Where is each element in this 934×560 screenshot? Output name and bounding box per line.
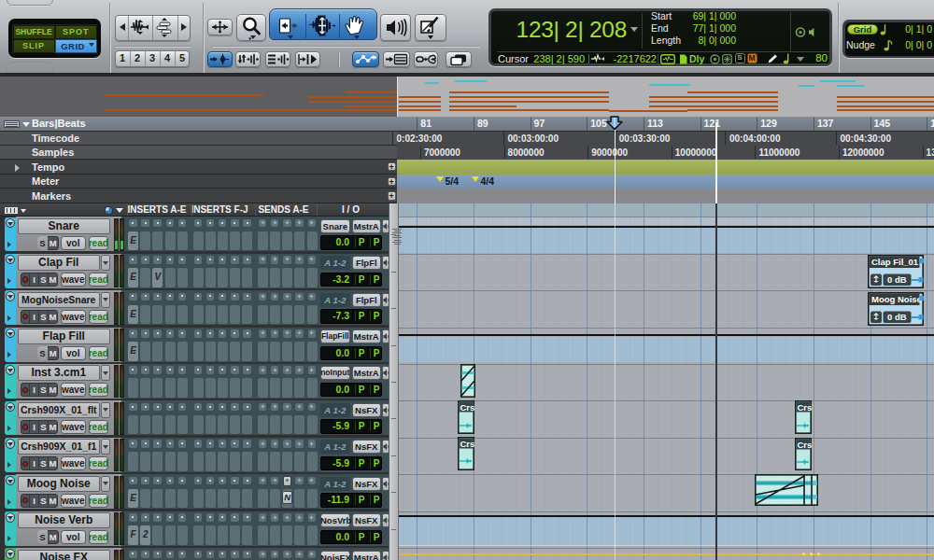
svg-text:Crs: Crs: [460, 438, 474, 448]
svg-text:Moog Noise: Moog Noise: [871, 294, 922, 304]
svg-text:Crs: Crs: [797, 402, 812, 413]
svg-text:Clap Fil_01: Clap Fil_01: [871, 257, 919, 267]
svg-text:Crs: Crs: [797, 440, 812, 450]
svg-text:0 dB: 0 dB: [887, 312, 907, 322]
svg-text:0 dB: 0 dB: [887, 274, 907, 285]
svg-text:Crs: Crs: [460, 401, 474, 412]
